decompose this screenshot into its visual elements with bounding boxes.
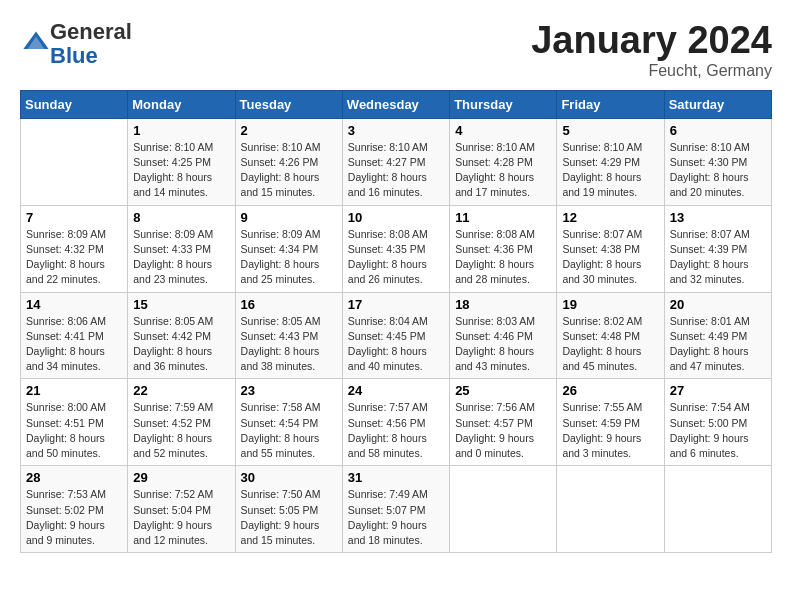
day-number: 4	[455, 123, 551, 138]
day-info: Sunrise: 8:09 AM Sunset: 4:33 PM Dayligh…	[133, 227, 229, 288]
day-number: 19	[562, 297, 658, 312]
calendar-cell: 20Sunrise: 8:01 AM Sunset: 4:49 PM Dayli…	[664, 292, 771, 379]
calendar-table: SundayMondayTuesdayWednesdayThursdayFrid…	[20, 90, 772, 553]
day-info: Sunrise: 7:53 AM Sunset: 5:02 PM Dayligh…	[26, 487, 122, 548]
day-info: Sunrise: 8:09 AM Sunset: 4:34 PM Dayligh…	[241, 227, 337, 288]
day-number: 29	[133, 470, 229, 485]
calendar-week-3: 14Sunrise: 8:06 AM Sunset: 4:41 PM Dayli…	[21, 292, 772, 379]
calendar-cell: 31Sunrise: 7:49 AM Sunset: 5:07 PM Dayli…	[342, 466, 449, 553]
day-number: 24	[348, 383, 444, 398]
month-title: January 2024	[531, 20, 772, 62]
day-number: 10	[348, 210, 444, 225]
calendar-cell	[557, 466, 664, 553]
calendar-week-4: 21Sunrise: 8:00 AM Sunset: 4:51 PM Dayli…	[21, 379, 772, 466]
calendar-cell: 5Sunrise: 8:10 AM Sunset: 4:29 PM Daylig…	[557, 118, 664, 205]
day-number: 25	[455, 383, 551, 398]
calendar-week-2: 7Sunrise: 8:09 AM Sunset: 4:32 PM Daylig…	[21, 205, 772, 292]
day-number: 28	[26, 470, 122, 485]
calendar-cell: 25Sunrise: 7:56 AM Sunset: 4:57 PM Dayli…	[450, 379, 557, 466]
day-info: Sunrise: 8:10 AM Sunset: 4:28 PM Dayligh…	[455, 140, 551, 201]
day-info: Sunrise: 8:05 AM Sunset: 4:42 PM Dayligh…	[133, 314, 229, 375]
day-number: 5	[562, 123, 658, 138]
day-number: 23	[241, 383, 337, 398]
day-info: Sunrise: 7:49 AM Sunset: 5:07 PM Dayligh…	[348, 487, 444, 548]
day-info: Sunrise: 8:07 AM Sunset: 4:39 PM Dayligh…	[670, 227, 766, 288]
day-info: Sunrise: 8:07 AM Sunset: 4:38 PM Dayligh…	[562, 227, 658, 288]
calendar-cell: 16Sunrise: 8:05 AM Sunset: 4:43 PM Dayli…	[235, 292, 342, 379]
day-number: 9	[241, 210, 337, 225]
calendar-cell: 23Sunrise: 7:58 AM Sunset: 4:54 PM Dayli…	[235, 379, 342, 466]
day-number: 6	[670, 123, 766, 138]
day-info: Sunrise: 7:50 AM Sunset: 5:05 PM Dayligh…	[241, 487, 337, 548]
day-info: Sunrise: 8:08 AM Sunset: 4:36 PM Dayligh…	[455, 227, 551, 288]
logo-icon	[22, 28, 50, 56]
calendar-cell: 26Sunrise: 7:55 AM Sunset: 4:59 PM Dayli…	[557, 379, 664, 466]
day-info: Sunrise: 8:04 AM Sunset: 4:45 PM Dayligh…	[348, 314, 444, 375]
calendar-cell: 28Sunrise: 7:53 AM Sunset: 5:02 PM Dayli…	[21, 466, 128, 553]
location: Feucht, Germany	[531, 62, 772, 80]
calendar-cell: 18Sunrise: 8:03 AM Sunset: 4:46 PM Dayli…	[450, 292, 557, 379]
day-number: 26	[562, 383, 658, 398]
header-wednesday: Wednesday	[342, 90, 449, 118]
day-number: 17	[348, 297, 444, 312]
calendar-cell: 6Sunrise: 8:10 AM Sunset: 4:30 PM Daylig…	[664, 118, 771, 205]
day-number: 22	[133, 383, 229, 398]
calendar-cell: 14Sunrise: 8:06 AM Sunset: 4:41 PM Dayli…	[21, 292, 128, 379]
calendar-cell: 19Sunrise: 8:02 AM Sunset: 4:48 PM Dayli…	[557, 292, 664, 379]
calendar-cell	[664, 466, 771, 553]
day-number: 12	[562, 210, 658, 225]
day-info: Sunrise: 7:59 AM Sunset: 4:52 PM Dayligh…	[133, 400, 229, 461]
day-info: Sunrise: 8:10 AM Sunset: 4:29 PM Dayligh…	[562, 140, 658, 201]
day-number: 8	[133, 210, 229, 225]
day-number: 11	[455, 210, 551, 225]
calendar-week-5: 28Sunrise: 7:53 AM Sunset: 5:02 PM Dayli…	[21, 466, 772, 553]
day-info: Sunrise: 7:54 AM Sunset: 5:00 PM Dayligh…	[670, 400, 766, 461]
calendar-cell: 8Sunrise: 8:09 AM Sunset: 4:33 PM Daylig…	[128, 205, 235, 292]
calendar-cell: 11Sunrise: 8:08 AM Sunset: 4:36 PM Dayli…	[450, 205, 557, 292]
day-info: Sunrise: 8:01 AM Sunset: 4:49 PM Dayligh…	[670, 314, 766, 375]
calendar-cell: 1Sunrise: 8:10 AM Sunset: 4:25 PM Daylig…	[128, 118, 235, 205]
page-header: General Blue January 2024 Feucht, German…	[20, 20, 772, 80]
day-info: Sunrise: 8:10 AM Sunset: 4:30 PM Dayligh…	[670, 140, 766, 201]
day-number: 31	[348, 470, 444, 485]
day-number: 13	[670, 210, 766, 225]
day-info: Sunrise: 8:10 AM Sunset: 4:27 PM Dayligh…	[348, 140, 444, 201]
day-info: Sunrise: 8:03 AM Sunset: 4:46 PM Dayligh…	[455, 314, 551, 375]
day-info: Sunrise: 7:52 AM Sunset: 5:04 PM Dayligh…	[133, 487, 229, 548]
day-number: 30	[241, 470, 337, 485]
calendar-cell: 22Sunrise: 7:59 AM Sunset: 4:52 PM Dayli…	[128, 379, 235, 466]
calendar-cell	[450, 466, 557, 553]
day-info: Sunrise: 8:10 AM Sunset: 4:26 PM Dayligh…	[241, 140, 337, 201]
calendar-cell: 3Sunrise: 8:10 AM Sunset: 4:27 PM Daylig…	[342, 118, 449, 205]
calendar-cell: 21Sunrise: 8:00 AM Sunset: 4:51 PM Dayli…	[21, 379, 128, 466]
day-info: Sunrise: 8:06 AM Sunset: 4:41 PM Dayligh…	[26, 314, 122, 375]
header-tuesday: Tuesday	[235, 90, 342, 118]
day-number: 2	[241, 123, 337, 138]
calendar-cell: 2Sunrise: 8:10 AM Sunset: 4:26 PM Daylig…	[235, 118, 342, 205]
day-number: 16	[241, 297, 337, 312]
calendar-cell: 13Sunrise: 8:07 AM Sunset: 4:39 PM Dayli…	[664, 205, 771, 292]
day-number: 20	[670, 297, 766, 312]
header-sunday: Sunday	[21, 90, 128, 118]
calendar-cell	[21, 118, 128, 205]
calendar-cell: 24Sunrise: 7:57 AM Sunset: 4:56 PM Dayli…	[342, 379, 449, 466]
calendar-cell: 10Sunrise: 8:08 AM Sunset: 4:35 PM Dayli…	[342, 205, 449, 292]
day-number: 1	[133, 123, 229, 138]
calendar-cell: 12Sunrise: 8:07 AM Sunset: 4:38 PM Dayli…	[557, 205, 664, 292]
calendar-cell: 30Sunrise: 7:50 AM Sunset: 5:05 PM Dayli…	[235, 466, 342, 553]
calendar-week-1: 1Sunrise: 8:10 AM Sunset: 4:25 PM Daylig…	[21, 118, 772, 205]
day-info: Sunrise: 7:55 AM Sunset: 4:59 PM Dayligh…	[562, 400, 658, 461]
header-thursday: Thursday	[450, 90, 557, 118]
day-number: 21	[26, 383, 122, 398]
calendar-cell: 9Sunrise: 8:09 AM Sunset: 4:34 PM Daylig…	[235, 205, 342, 292]
calendar-cell: 15Sunrise: 8:05 AM Sunset: 4:42 PM Dayli…	[128, 292, 235, 379]
calendar-cell: 27Sunrise: 7:54 AM Sunset: 5:00 PM Dayli…	[664, 379, 771, 466]
day-info: Sunrise: 8:05 AM Sunset: 4:43 PM Dayligh…	[241, 314, 337, 375]
day-number: 3	[348, 123, 444, 138]
calendar-cell: 4Sunrise: 8:10 AM Sunset: 4:28 PM Daylig…	[450, 118, 557, 205]
calendar-cell: 17Sunrise: 8:04 AM Sunset: 4:45 PM Dayli…	[342, 292, 449, 379]
day-number: 15	[133, 297, 229, 312]
header-friday: Friday	[557, 90, 664, 118]
day-info: Sunrise: 7:57 AM Sunset: 4:56 PM Dayligh…	[348, 400, 444, 461]
header-saturday: Saturday	[664, 90, 771, 118]
